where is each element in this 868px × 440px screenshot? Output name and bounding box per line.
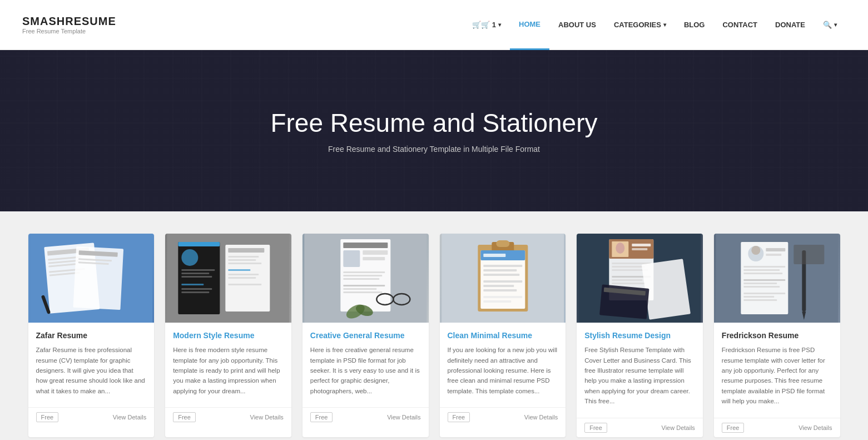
chevron-down-icon: ▾ xyxy=(663,22,666,28)
card-description: Free Stylish Resume Template with Cover … xyxy=(584,345,695,406)
nav-home[interactable]: HOME xyxy=(510,0,549,50)
card-footer: Free View Details xyxy=(714,418,840,437)
svg-rect-76 xyxy=(612,283,645,284)
svg-rect-58 xyxy=(483,274,519,276)
card-title[interactable]: Stylish Resume Design xyxy=(584,330,695,340)
svg-rect-89 xyxy=(743,269,780,271)
nav-contact[interactable]: CONTACT xyxy=(713,0,766,50)
svg-rect-43 xyxy=(343,291,382,293)
free-badge[interactable]: Free xyxy=(310,412,333,422)
svg-rect-94 xyxy=(743,293,785,294)
card-title[interactable]: Zafar Resume xyxy=(36,330,147,340)
card-title[interactable]: Fredrickson Resume xyxy=(722,330,832,340)
svg-rect-16 xyxy=(181,249,198,266)
nav-cart[interactable]: 🛒 🛒 1 ▾ xyxy=(463,0,510,50)
card-image-5[interactable] xyxy=(577,234,703,323)
svg-rect-31 xyxy=(228,284,261,285)
chevron-down-icon: ▾ xyxy=(834,22,837,28)
svg-rect-72 xyxy=(612,266,645,268)
card-item: Clean Minimal Resume If you are looking … xyxy=(440,234,566,437)
search-icon: 🔍 xyxy=(823,21,832,29)
svg-rect-60 xyxy=(483,285,514,287)
svg-rect-93 xyxy=(743,286,780,288)
free-badge[interactable]: Free xyxy=(173,412,196,422)
svg-rect-70 xyxy=(632,248,647,250)
card-title[interactable]: Clean Minimal Resume xyxy=(448,330,558,340)
card-description: Zafar Resume is free professional resume… xyxy=(36,345,147,396)
svg-rect-55 xyxy=(483,254,505,257)
svg-rect-40 xyxy=(343,278,379,280)
nav: 🛒 🛒 1 ▾ HOME ABOUT US CATEGORIES ▾ BLOG … xyxy=(463,0,846,50)
svg-rect-35 xyxy=(343,250,360,267)
svg-rect-88 xyxy=(743,266,785,268)
svg-rect-42 xyxy=(343,288,376,290)
card-footer: Free View Details xyxy=(302,407,429,427)
cart-icon: 🛒 xyxy=(472,21,481,29)
svg-rect-83 xyxy=(741,242,788,314)
nav-about[interactable]: ABOUT US xyxy=(549,0,605,50)
svg-rect-71 xyxy=(612,263,651,264)
card-image-2[interactable] xyxy=(165,234,291,323)
cards-grid: Zafar Resume Zafar Resume is free profes… xyxy=(28,234,840,437)
card-body: Fredrickson Resume Fredrickson Resume is… xyxy=(714,323,840,418)
svg-rect-57 xyxy=(483,269,517,271)
svg-rect-30 xyxy=(228,277,256,279)
svg-rect-38 xyxy=(343,271,385,273)
svg-rect-26 xyxy=(228,259,256,261)
card-title[interactable]: Modern Style Resume xyxy=(173,330,284,340)
free-badge[interactable]: Free xyxy=(36,412,59,422)
svg-rect-53 xyxy=(496,240,509,247)
card-body: Clean Minimal Resume If you are looking … xyxy=(440,323,566,407)
free-badge[interactable]: Free xyxy=(448,412,470,422)
chevron-down-icon: ▾ xyxy=(498,22,501,28)
svg-rect-62 xyxy=(483,296,522,298)
svg-rect-25 xyxy=(228,256,259,258)
svg-rect-21 xyxy=(181,288,212,290)
svg-point-68 xyxy=(616,243,624,254)
card-body: Creative General Resume Here is free cre… xyxy=(302,323,429,407)
svg-rect-29 xyxy=(228,274,259,275)
card-body: Modern Style Resume Here is free modern … xyxy=(165,323,291,407)
svg-rect-17 xyxy=(181,269,215,271)
card-footer: Free View Details xyxy=(440,407,566,427)
view-details-link[interactable]: View Details xyxy=(524,414,558,421)
card-body: Zafar Resume Zafar Resume is free profes… xyxy=(28,323,155,407)
view-details-link[interactable]: View Details xyxy=(798,424,832,431)
svg-rect-96 xyxy=(743,299,777,301)
card-image-3[interactable] xyxy=(302,234,429,323)
svg-rect-86 xyxy=(766,248,785,251)
hero-subtitle: Free Resume and Stationery Template in M… xyxy=(270,145,597,154)
card-description: Here is free creative general resume tem… xyxy=(310,345,421,396)
svg-rect-87 xyxy=(766,254,781,256)
svg-rect-15 xyxy=(178,242,220,246)
card-description: If you are looking for a new job you wil… xyxy=(448,345,558,396)
nav-categories[interactable]: CATEGORIES ▾ xyxy=(605,0,675,50)
svg-rect-39 xyxy=(343,275,382,276)
view-details-link[interactable]: View Details xyxy=(113,414,146,421)
card-image-6[interactable] xyxy=(714,234,840,323)
nav-donate[interactable]: DONATE xyxy=(766,0,814,50)
hero-content: Free Resume and Stationery Free Resume a… xyxy=(270,108,597,154)
svg-rect-24 xyxy=(228,248,264,253)
free-badge[interactable]: Free xyxy=(584,423,607,433)
free-badge[interactable]: Free xyxy=(722,423,745,433)
nav-blog[interactable]: BLOG xyxy=(675,0,714,50)
card-image-1[interactable] xyxy=(28,234,155,323)
card-image-4[interactable] xyxy=(440,234,566,323)
svg-rect-34 xyxy=(343,243,388,248)
svg-rect-56 xyxy=(483,265,522,267)
card-item: Zafar Resume Zafar Resume is free profes… xyxy=(28,234,155,437)
svg-rect-59 xyxy=(483,280,522,283)
view-details-link[interactable]: View Details xyxy=(250,414,284,421)
card-description: Here is free modern style resume templat… xyxy=(173,345,284,396)
svg-rect-18 xyxy=(181,273,209,274)
view-details-link[interactable]: View Details xyxy=(662,424,695,431)
nav-search[interactable]: 🔍 ▾ xyxy=(814,0,846,50)
card-footer: Free View Details xyxy=(28,407,155,427)
brand-name[interactable]: SMASHRESUME xyxy=(22,15,116,28)
svg-rect-99 xyxy=(793,245,824,264)
svg-rect-69 xyxy=(632,244,651,246)
svg-rect-22 xyxy=(181,291,209,293)
card-title[interactable]: Creative General Resume xyxy=(310,330,421,340)
view-details-link[interactable]: View Details xyxy=(387,414,420,421)
